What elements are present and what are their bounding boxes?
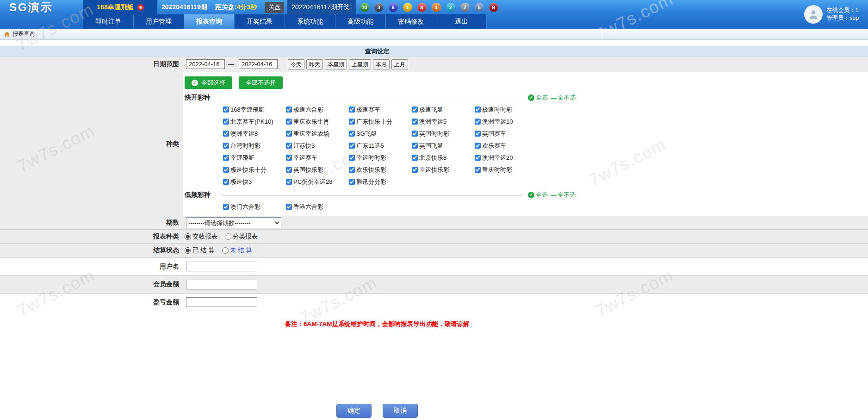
lottery-checkbox[interactable]	[223, 155, 229, 161]
lottery-checkbox[interactable]	[223, 143, 229, 149]
lottery-option[interactable]: 香港六合彩	[286, 202, 349, 211]
lottery-option[interactable]: PC蛋蛋幸运28	[286, 177, 349, 186]
username-input[interactable]	[186, 262, 257, 271]
lottery-option[interactable]: 重庆幸运农场	[286, 129, 349, 138]
section-select-all-link[interactable]: 全选	[536, 191, 548, 199]
lottery-option[interactable]: 英国赛车	[475, 129, 538, 138]
section-deselect-all-link[interactable]: 全不选	[558, 94, 576, 102]
lottery-option[interactable]: 澳门六合彩	[223, 202, 286, 211]
deselect-all-button[interactable]: 全部不选择	[239, 76, 283, 89]
date-end-input[interactable]	[239, 59, 278, 69]
date-quick-button[interactable]: 昨天	[306, 59, 323, 69]
settle-status-radio[interactable]	[222, 247, 229, 254]
lottery-option[interactable]: 英国飞艇	[412, 141, 475, 150]
lottery-option[interactable]: 澳洲幸运5	[412, 117, 475, 126]
lottery-checkbox[interactable]	[475, 107, 481, 113]
lottery-option[interactable]: 幸运赛车	[286, 153, 349, 162]
lottery-checkbox[interactable]	[286, 204, 292, 210]
date-quick-button[interactable]: 上月	[391, 59, 408, 69]
report-type-radio[interactable]	[185, 233, 191, 240]
lottery-option[interactable]: 极速时时彩	[475, 105, 538, 114]
lottery-option[interactable]: 广东快乐十分	[349, 117, 412, 126]
lottery-option[interactable]: 欢乐赛车	[475, 141, 538, 150]
lottery-checkbox[interactable]	[412, 107, 418, 113]
report-type-option[interactable]: 分类报表	[225, 232, 258, 241]
lottery-checkbox[interactable]	[412, 155, 418, 161]
lottery-option[interactable]: 澳洲幸运20	[475, 153, 538, 162]
lottery-option[interactable]: 腾讯分分彩	[349, 177, 412, 186]
lottery-option[interactable]: 广东11选5	[349, 141, 412, 150]
profit-amount-input[interactable]	[186, 297, 257, 307]
lottery-option[interactable]: 台湾时时彩	[223, 141, 286, 150]
lottery-checkbox[interactable]	[349, 143, 355, 149]
lottery-selector-button[interactable]: 168幸運飛艇	[83, 0, 158, 14]
lottery-checkbox[interactable]	[286, 119, 292, 125]
nav-tab[interactable]: 密码修改	[386, 14, 436, 29]
lottery-checkbox[interactable]	[412, 119, 418, 125]
lottery-option[interactable]: SG飞艇	[349, 129, 412, 138]
lottery-checkbox[interactable]	[475, 167, 481, 173]
settle-status-radio[interactable]	[185, 247, 191, 254]
lottery-checkbox[interactable]	[475, 155, 481, 161]
lottery-option[interactable]: 北京快乐8	[412, 153, 475, 162]
lottery-checkbox[interactable]	[412, 143, 418, 149]
date-quick-button[interactable]: 上星期	[349, 59, 371, 69]
settle-status-option[interactable]: 未 结 算	[222, 246, 252, 255]
lottery-option[interactable]: 江苏快3	[286, 141, 349, 150]
report-type-option[interactable]: 交收报表	[185, 232, 217, 241]
lottery-checkbox[interactable]	[223, 119, 229, 125]
date-start-input[interactable]	[186, 59, 225, 69]
settle-status-option[interactable]: 已 结 算	[185, 246, 215, 255]
nav-tab[interactable]: 高级功能	[335, 14, 386, 29]
lottery-checkbox[interactable]	[223, 204, 229, 210]
report-type-radio[interactable]	[225, 233, 231, 240]
lottery-option[interactable]: 极速快3	[223, 177, 286, 186]
lottery-checkbox[interactable]	[286, 179, 292, 185]
nav-tab[interactable]: 即时注单	[83, 14, 134, 29]
cancel-button[interactable]: 取消	[383, 404, 418, 418]
lottery-option[interactable]: 幸运时时彩	[349, 153, 412, 162]
date-quick-button[interactable]: 本月	[373, 59, 390, 69]
lottery-option[interactable]: 英国时时彩	[412, 129, 475, 138]
lottery-option[interactable]: 北京赛车(PK10)	[223, 117, 286, 126]
period-select[interactable]: --------请选择期数--------	[186, 217, 281, 228]
lottery-option[interactable]: 幸運飛艇	[223, 153, 286, 162]
lottery-checkbox[interactable]	[349, 179, 355, 185]
date-quick-button[interactable]: 今天	[288, 59, 304, 69]
lottery-checkbox[interactable]	[286, 155, 292, 161]
lottery-option[interactable]: 重庆时时彩	[475, 165, 538, 174]
lottery-checkbox[interactable]	[349, 107, 355, 113]
lottery-checkbox[interactable]	[223, 131, 229, 137]
lottery-option[interactable]: 极速快乐十分	[223, 165, 286, 174]
lottery-checkbox[interactable]	[349, 119, 355, 125]
lottery-option[interactable]: 极速赛车	[349, 105, 412, 114]
lottery-option[interactable]: 重庆欢乐生肖	[286, 117, 349, 126]
lottery-option[interactable]: 澳洲幸运10	[475, 117, 538, 126]
lottery-checkbox[interactable]	[349, 167, 355, 173]
lottery-option[interactable]: 极速六合彩	[286, 105, 349, 114]
lottery-checkbox[interactable]	[286, 167, 292, 173]
lottery-checkbox[interactable]	[349, 155, 355, 161]
nav-tab[interactable]: 报表查询	[184, 14, 235, 29]
lottery-checkbox[interactable]	[412, 167, 418, 173]
speaker-icon[interactable]	[137, 4, 144, 11]
lottery-checkbox[interactable]	[286, 143, 292, 149]
section-deselect-all-link[interactable]: 全不选	[558, 191, 576, 199]
member-amount-input[interactable]	[186, 280, 257, 289]
lottery-checkbox[interactable]	[223, 167, 229, 173]
lottery-option[interactable]: 168幸運飛艇	[223, 105, 286, 114]
lottery-checkbox[interactable]	[223, 179, 229, 185]
nav-tab[interactable]: 用户管理	[134, 14, 184, 29]
lottery-option[interactable]: 澳洲幸运8	[223, 129, 286, 138]
lottery-checkbox[interactable]	[475, 143, 481, 149]
lottery-checkbox[interactable]	[286, 131, 292, 137]
select-all-button[interactable]: ✓ 全部选择	[185, 76, 232, 89]
lottery-checkbox[interactable]	[412, 131, 418, 137]
nav-tab[interactable]: 系统功能	[285, 14, 335, 29]
lottery-option[interactable]: 幸运快乐彩	[412, 165, 475, 174]
lottery-checkbox[interactable]	[475, 131, 481, 137]
lottery-checkbox[interactable]	[475, 119, 481, 125]
section-select-all-link[interactable]: 全选	[536, 94, 548, 102]
lottery-option[interactable]: 英国快乐彩	[286, 165, 349, 174]
date-quick-button[interactable]: 本星期	[325, 59, 347, 69]
